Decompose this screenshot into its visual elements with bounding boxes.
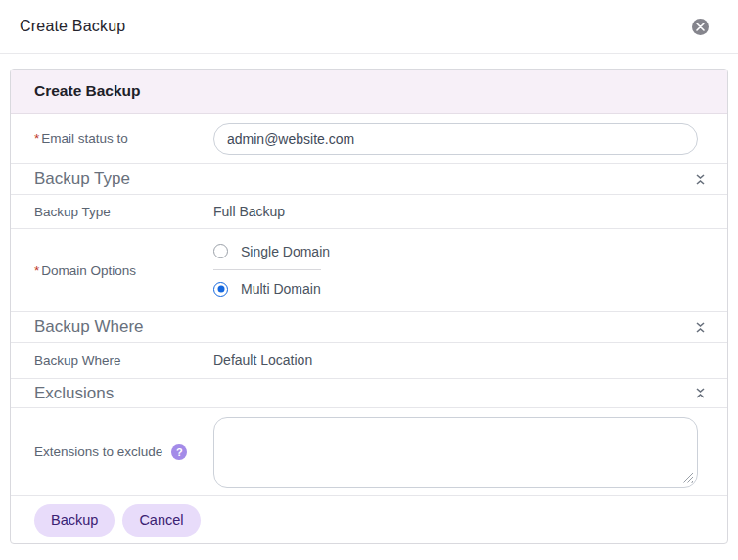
backup-type-row: Backup Type Full Backup xyxy=(11,195,727,229)
required-asterisk: * xyxy=(34,263,39,278)
dialog-titlebar: Create Backup xyxy=(0,0,738,54)
domain-options-label: *Domain Options xyxy=(34,263,213,278)
exclusions-section-title: Exclusions xyxy=(34,384,114,403)
email-status-row: *Email status to xyxy=(11,114,727,164)
multi-domain-option[interactable]: Multi Domain xyxy=(213,270,321,302)
collapse-icon[interactable] xyxy=(695,321,706,334)
single-domain-radio[interactable] xyxy=(213,244,228,258)
backup-where-row: Backup Where Default Location xyxy=(11,343,727,379)
domain-options-group: Single Domain Multi Domain xyxy=(213,239,321,302)
single-domain-option[interactable]: Single Domain xyxy=(213,239,321,270)
email-status-label: *Email status to xyxy=(34,131,213,146)
backup-where-value: Default Location xyxy=(213,352,312,368)
backup-button[interactable]: Backup xyxy=(34,504,115,537)
single-domain-label: Single Domain xyxy=(241,244,330,259)
domain-options-row: *Domain Options Single Domain Multi Doma… xyxy=(11,229,727,312)
x-glyph xyxy=(696,23,705,31)
backup-type-label: Backup Type xyxy=(34,205,213,219)
backup-type-value: Full Backup xyxy=(213,204,285,219)
exclusions-row: Extensions to exclude ? xyxy=(11,408,727,496)
exclusions-textarea[interactable] xyxy=(213,417,698,488)
exclusions-textarea-wrap xyxy=(213,417,698,488)
backup-where-label: Backup Where xyxy=(34,353,213,368)
backup-where-section-header: Backup Where xyxy=(11,312,727,343)
collapse-icon[interactable] xyxy=(695,173,706,186)
panel-title: Create Backup xyxy=(34,82,141,100)
panel-header: Create Backup xyxy=(11,70,727,114)
backup-where-section-title: Backup Where xyxy=(34,317,144,337)
panel-footer: Backup Cancel xyxy=(11,496,727,543)
extensions-exclude-label: Extensions to exclude ? xyxy=(34,444,213,460)
required-asterisk: * xyxy=(34,131,39,146)
exclusions-section-header: Exclusions xyxy=(11,379,727,408)
backup-type-section-title: Backup Type xyxy=(34,169,130,189)
help-icon[interactable]: ? xyxy=(171,444,187,460)
create-backup-panel: Create Backup *Email status to Backup Ty… xyxy=(10,69,728,544)
backup-type-section-header: Backup Type xyxy=(11,164,727,195)
email-status-input[interactable] xyxy=(213,123,698,155)
close-icon[interactable] xyxy=(692,19,709,35)
multi-domain-label: Multi Domain xyxy=(241,281,321,297)
collapse-icon[interactable] xyxy=(695,387,706,399)
multi-domain-radio[interactable] xyxy=(213,282,228,297)
cancel-button[interactable]: Cancel xyxy=(122,504,200,537)
dialog-title: Create Backup xyxy=(20,18,125,35)
